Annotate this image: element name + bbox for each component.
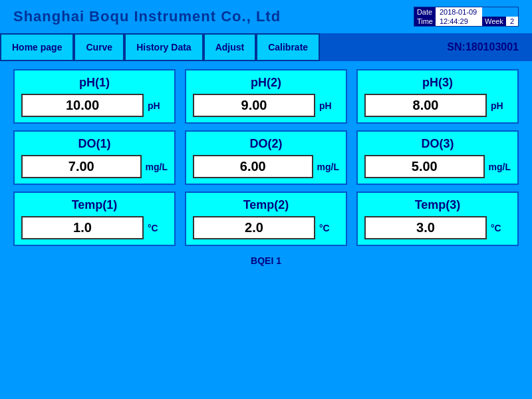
ph2-value: 9.00	[193, 94, 315, 117]
date-row: Date 2018-01-09	[414, 7, 518, 17]
datetime-box: Date 2018-01-09 Time 12:44:29 Week 2	[414, 7, 519, 27]
date-value: 2018-01-09	[436, 7, 482, 17]
temp-sensor-row: Temp(1) 1.0 °C Temp(2) 2.0 °C Temp(3) 3.…	[13, 192, 519, 246]
ph2-card: pH(2) 9.00 pH	[185, 69, 347, 124]
footer-label: BQEI 1	[13, 255, 519, 266]
do3-card: DO(3) 5.00 mg/L	[356, 130, 519, 185]
ph3-value: 8.00	[364, 94, 487, 117]
do3-label: DO(3)	[422, 137, 454, 151]
do2-card: DO(2) 6.00 mg/L	[185, 130, 347, 185]
do2-value-row: 6.00 mg/L	[193, 155, 339, 178]
header: Shanghai Boqu Instrument Co., Ltd Date 2…	[0, 0, 532, 33]
do1-card: DO(1) 7.00 mg/L	[13, 130, 176, 185]
do1-value: 7.00	[21, 155, 142, 178]
do3-unit: mg/L	[489, 162, 511, 172]
navbar: Home page Curve History Data Adjust Cali…	[0, 33, 532, 61]
time-label: Time	[414, 17, 436, 26]
temp2-label: Temp(2)	[243, 198, 289, 212]
do2-label: DO(2)	[250, 137, 283, 151]
do-sensor-row: DO(1) 7.00 mg/L DO(2) 6.00 mg/L DO(3) 5.…	[13, 130, 519, 185]
ph2-label: pH(2)	[251, 76, 281, 90]
temp2-unit: °C	[319, 223, 339, 233]
do3-value: 5.00	[364, 155, 485, 178]
week-label: Week	[482, 17, 506, 26]
temp3-value-row: 3.0 °C	[364, 216, 511, 239]
ph1-value: 10.00	[21, 94, 144, 117]
temp1-label: Temp(1)	[72, 198, 118, 212]
temp2-card: Temp(2) 2.0 °C	[185, 192, 347, 246]
main-content: pH(1) 10.00 pH pH(2) 9.00 pH pH(3) 8.00 …	[0, 61, 532, 274]
ph1-card: pH(1) 10.00 pH	[13, 69, 176, 124]
ph1-value-row: 10.00 pH	[21, 94, 168, 117]
nav-curve[interactable]: Curve	[74, 33, 124, 61]
temp2-value: 2.0	[193, 216, 315, 239]
sn-label: SN:180103001	[447, 41, 519, 53]
temp1-unit: °C	[148, 223, 168, 233]
ph2-value-row: 9.00 pH	[193, 94, 339, 117]
do3-value-row: 5.00 mg/L	[364, 155, 511, 178]
week-value: 2	[506, 17, 518, 26]
date-label: Date	[414, 7, 436, 17]
temp3-value: 3.0	[364, 216, 487, 239]
temp3-label: Temp(3)	[415, 198, 461, 212]
temp3-card: Temp(3) 3.0 °C	[356, 192, 519, 246]
ph3-card: pH(3) 8.00 pH	[356, 69, 519, 124]
ph-sensor-row: pH(1) 10.00 pH pH(2) 9.00 pH pH(3) 8.00 …	[13, 69, 519, 124]
ph1-label: pH(1)	[79, 76, 110, 90]
ph1-unit: pH	[148, 100, 168, 111]
ph3-label: pH(3)	[422, 76, 453, 90]
ph2-unit: pH	[319, 100, 339, 111]
temp2-value-row: 2.0 °C	[193, 216, 339, 239]
nav-home[interactable]: Home page	[0, 33, 74, 61]
temp1-card: Temp(1) 1.0 °C	[13, 192, 176, 246]
do1-label: DO(1)	[78, 137, 111, 151]
do1-value-row: 7.00 mg/L	[21, 155, 168, 178]
time-row: Time 12:44:29 Week 2	[414, 17, 518, 26]
ph3-value-row: 8.00 pH	[364, 94, 511, 117]
nav-calibrate[interactable]: Calibrate	[256, 33, 320, 61]
temp1-value: 1.0	[21, 216, 144, 239]
do1-unit: mg/L	[146, 162, 168, 172]
time-value: 12:44:29	[436, 17, 482, 26]
ph3-unit: pH	[491, 100, 511, 111]
do2-value: 6.00	[193, 155, 313, 178]
nav-adjust[interactable]: Adjust	[203, 33, 257, 61]
do2-unit: mg/L	[317, 162, 339, 172]
temp3-unit: °C	[491, 223, 511, 233]
company-title: Shanghai Boqu Instrument Co., Ltd	[13, 8, 281, 25]
nav-history[interactable]: History Data	[124, 33, 203, 61]
temp1-value-row: 1.0 °C	[21, 216, 168, 239]
